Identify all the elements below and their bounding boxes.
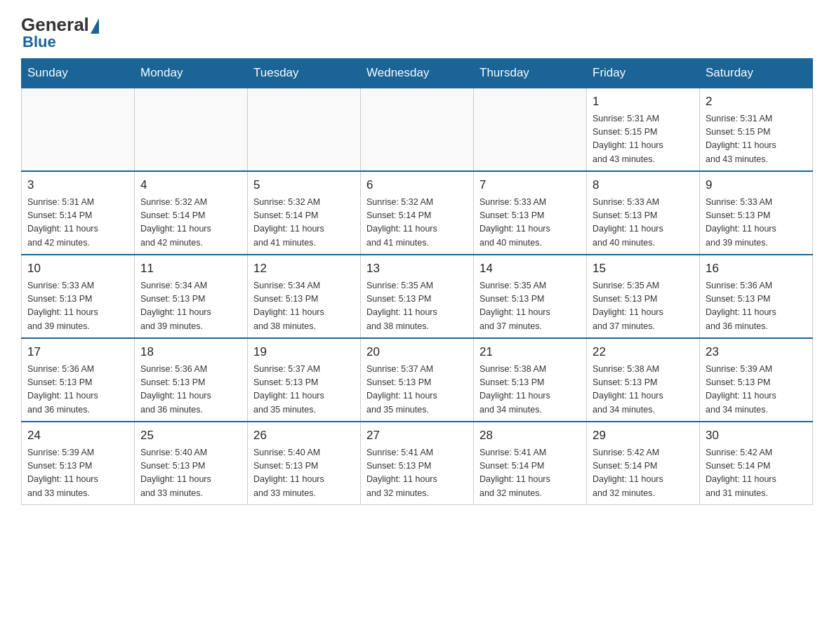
calendar-day-cell: 15Sunrise: 5:35 AMSunset: 5:13 PMDayligh… <box>587 255 700 338</box>
day-of-week-header: Friday <box>587 59 700 88</box>
calendar-day-cell: 19Sunrise: 5:37 AMSunset: 5:13 PMDayligh… <box>248 338 361 422</box>
calendar-day-cell: 30Sunrise: 5:42 AMSunset: 5:14 PMDayligh… <box>700 422 813 505</box>
day-of-week-header: Wednesday <box>361 59 474 88</box>
calendar-day-cell: 13Sunrise: 5:35 AMSunset: 5:13 PMDayligh… <box>361 255 474 338</box>
calendar-day-cell: 1Sunrise: 5:31 AMSunset: 5:15 PMDaylight… <box>587 88 700 171</box>
day-number: 28 <box>479 427 581 445</box>
day-number: 10 <box>27 260 128 278</box>
calendar-day-cell: 2Sunrise: 5:31 AMSunset: 5:15 PMDaylight… <box>700 88 813 171</box>
day-info: Sunrise: 5:39 AMSunset: 5:13 PMDaylight:… <box>27 446 128 501</box>
day-number: 12 <box>253 260 355 278</box>
day-number: 5 <box>253 176 355 194</box>
calendar-day-cell: 5Sunrise: 5:32 AMSunset: 5:14 PMDaylight… <box>248 171 361 255</box>
day-info: Sunrise: 5:39 AMSunset: 5:13 PMDaylight:… <box>706 363 807 417</box>
calendar-day-cell: 24Sunrise: 5:39 AMSunset: 5:13 PMDayligh… <box>22 422 135 505</box>
logo: General Blue <box>21 14 99 51</box>
calendar-day-cell: 14Sunrise: 5:35 AMSunset: 5:13 PMDayligh… <box>474 255 587 338</box>
day-info: Sunrise: 5:40 AMSunset: 5:13 PMDaylight:… <box>253 446 355 501</box>
calendar-day-cell: 29Sunrise: 5:42 AMSunset: 5:14 PMDayligh… <box>587 422 700 505</box>
calendar-day-cell: 3Sunrise: 5:31 AMSunset: 5:14 PMDaylight… <box>22 171 135 255</box>
day-number: 17 <box>27 343 128 361</box>
day-number: 29 <box>593 427 694 445</box>
day-info: Sunrise: 5:35 AMSunset: 5:13 PMDaylight:… <box>366 279 468 334</box>
calendar-day-cell <box>361 88 474 171</box>
day-info: Sunrise: 5:42 AMSunset: 5:14 PMDaylight:… <box>706 446 807 501</box>
calendar-day-cell: 18Sunrise: 5:36 AMSunset: 5:13 PMDayligh… <box>135 338 248 422</box>
calendar-day-cell: 21Sunrise: 5:38 AMSunset: 5:13 PMDayligh… <box>474 338 587 422</box>
day-info: Sunrise: 5:32 AMSunset: 5:14 PMDaylight:… <box>140 196 241 250</box>
day-of-week-header: Thursday <box>474 59 587 88</box>
day-info: Sunrise: 5:38 AMSunset: 5:13 PMDaylight:… <box>479 363 581 417</box>
day-number: 4 <box>140 176 241 194</box>
day-of-week-header: Sunday <box>22 59 135 88</box>
calendar-day-cell: 8Sunrise: 5:33 AMSunset: 5:13 PMDaylight… <box>587 171 700 255</box>
day-number: 24 <box>27 427 128 445</box>
day-info: Sunrise: 5:33 AMSunset: 5:13 PMDaylight:… <box>593 196 694 250</box>
day-info: Sunrise: 5:36 AMSunset: 5:13 PMDaylight:… <box>706 279 807 334</box>
day-info: Sunrise: 5:37 AMSunset: 5:13 PMDaylight:… <box>366 363 468 417</box>
calendar-week-row: 24Sunrise: 5:39 AMSunset: 5:13 PMDayligh… <box>22 422 813 505</box>
day-of-week-header: Saturday <box>700 59 813 88</box>
calendar-week-row: 10Sunrise: 5:33 AMSunset: 5:13 PMDayligh… <box>22 255 813 338</box>
day-info: Sunrise: 5:31 AMSunset: 5:15 PMDaylight:… <box>593 112 694 167</box>
day-number: 9 <box>706 176 807 194</box>
day-number: 2 <box>706 93 807 111</box>
calendar-day-cell: 28Sunrise: 5:41 AMSunset: 5:14 PMDayligh… <box>474 422 587 505</box>
day-info: Sunrise: 5:41 AMSunset: 5:13 PMDaylight:… <box>366 446 468 501</box>
day-info: Sunrise: 5:31 AMSunset: 5:15 PMDaylight:… <box>706 112 807 167</box>
calendar-day-cell <box>474 88 587 171</box>
calendar-week-row: 17Sunrise: 5:36 AMSunset: 5:13 PMDayligh… <box>22 338 813 422</box>
calendar-day-cell: 20Sunrise: 5:37 AMSunset: 5:13 PMDayligh… <box>361 338 474 422</box>
calendar-header-row: SundayMondayTuesdayWednesdayThursdayFrid… <box>22 59 813 88</box>
calendar-day-cell: 10Sunrise: 5:33 AMSunset: 5:13 PMDayligh… <box>22 255 135 338</box>
day-info: Sunrise: 5:33 AMSunset: 5:13 PMDaylight:… <box>479 196 581 250</box>
day-info: Sunrise: 5:42 AMSunset: 5:14 PMDaylight:… <box>593 446 694 501</box>
day-number: 23 <box>706 343 807 361</box>
calendar-day-cell: 6Sunrise: 5:32 AMSunset: 5:14 PMDaylight… <box>361 171 474 255</box>
calendar-day-cell: 16Sunrise: 5:36 AMSunset: 5:13 PMDayligh… <box>700 255 813 338</box>
day-number: 25 <box>140 427 241 445</box>
day-number: 13 <box>366 260 468 278</box>
day-number: 27 <box>366 427 468 445</box>
day-number: 26 <box>253 427 355 445</box>
calendar-day-cell: 23Sunrise: 5:39 AMSunset: 5:13 PMDayligh… <box>700 338 813 422</box>
day-info: Sunrise: 5:38 AMSunset: 5:13 PMDaylight:… <box>593 363 694 417</box>
day-info: Sunrise: 5:32 AMSunset: 5:14 PMDaylight:… <box>253 196 355 250</box>
day-info: Sunrise: 5:35 AMSunset: 5:13 PMDaylight:… <box>479 279 581 334</box>
day-number: 20 <box>366 343 468 361</box>
page-header: General Blue <box>21 14 813 51</box>
calendar-day-cell <box>22 88 135 171</box>
calendar-day-cell: 22Sunrise: 5:38 AMSunset: 5:13 PMDayligh… <box>587 338 700 422</box>
day-number: 3 <box>27 176 128 194</box>
day-info: Sunrise: 5:40 AMSunset: 5:13 PMDaylight:… <box>140 446 241 501</box>
day-info: Sunrise: 5:37 AMSunset: 5:13 PMDaylight:… <box>253 363 355 417</box>
day-of-week-header: Tuesday <box>248 59 361 88</box>
day-number: 30 <box>706 427 807 445</box>
calendar-day-cell: 17Sunrise: 5:36 AMSunset: 5:13 PMDayligh… <box>22 338 135 422</box>
day-info: Sunrise: 5:34 AMSunset: 5:13 PMDaylight:… <box>253 279 355 334</box>
calendar-day-cell <box>248 88 361 171</box>
day-of-week-header: Monday <box>135 59 248 88</box>
day-info: Sunrise: 5:36 AMSunset: 5:13 PMDaylight:… <box>140 363 241 417</box>
calendar-table: SundayMondayTuesdayWednesdayThursdayFrid… <box>21 58 813 505</box>
calendar-day-cell: 27Sunrise: 5:41 AMSunset: 5:13 PMDayligh… <box>361 422 474 505</box>
day-info: Sunrise: 5:33 AMSunset: 5:13 PMDaylight:… <box>27 279 128 334</box>
calendar-week-row: 3Sunrise: 5:31 AMSunset: 5:14 PMDaylight… <box>22 171 813 255</box>
logo-blue-text: Blue <box>22 33 56 51</box>
day-number: 22 <box>593 343 694 361</box>
day-info: Sunrise: 5:32 AMSunset: 5:14 PMDaylight:… <box>366 196 468 250</box>
day-number: 7 <box>479 176 581 194</box>
day-info: Sunrise: 5:31 AMSunset: 5:14 PMDaylight:… <box>27 196 128 250</box>
day-info: Sunrise: 5:33 AMSunset: 5:13 PMDaylight:… <box>706 196 807 250</box>
day-number: 11 <box>140 260 241 278</box>
day-number: 8 <box>593 176 694 194</box>
calendar-day-cell: 11Sunrise: 5:34 AMSunset: 5:13 PMDayligh… <box>135 255 248 338</box>
day-number: 1 <box>593 93 694 111</box>
calendar-day-cell: 26Sunrise: 5:40 AMSunset: 5:13 PMDayligh… <box>248 422 361 505</box>
day-info: Sunrise: 5:34 AMSunset: 5:13 PMDaylight:… <box>140 279 241 334</box>
calendar-day-cell: 25Sunrise: 5:40 AMSunset: 5:13 PMDayligh… <box>135 422 248 505</box>
calendar-day-cell: 7Sunrise: 5:33 AMSunset: 5:13 PMDaylight… <box>474 171 587 255</box>
day-info: Sunrise: 5:35 AMSunset: 5:13 PMDaylight:… <box>593 279 694 334</box>
calendar-day-cell <box>135 88 248 171</box>
logo-triangle-icon <box>91 18 99 34</box>
